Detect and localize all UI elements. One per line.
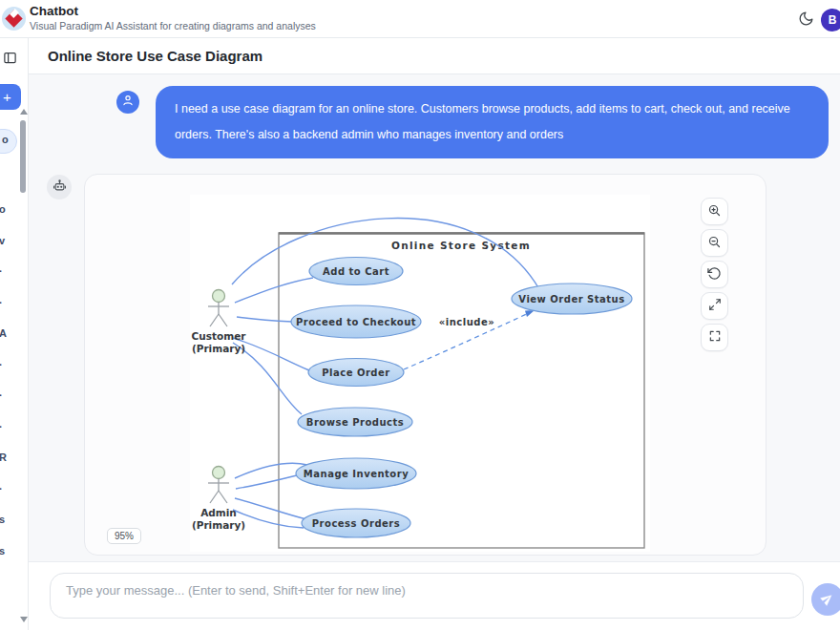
svg-text:Browse Products: Browse Products	[306, 417, 404, 428]
user-avatar-badge[interactable]: B	[821, 9, 840, 32]
svg-text:Place Order: Place Order	[322, 368, 390, 378]
app-title: Chatbot	[30, 4, 316, 18]
person-icon	[121, 94, 135, 111]
zoom-in-icon	[707, 203, 722, 220]
sidebar-scroll-up-arrow[interactable]	[20, 109, 28, 115]
chat-scroll-area: I need a use case diagram for an online …	[29, 74, 840, 561]
sidebar-item[interactable]: o	[0, 129, 17, 154]
usecase-manage-inventory: Manage Inventory	[296, 458, 416, 489]
app-header: Chatbot Visual Paradigm AI Assistant for…	[0, 0, 840, 38]
send-button[interactable]	[811, 583, 840, 616]
diagram-canvas[interactable]: Online Store System	[190, 195, 650, 552]
diagram-card: Online Store System	[84, 174, 766, 556]
svg-text:Proceed to Checkout: Proceed to Checkout	[296, 317, 416, 327]
page-title: Online Store Use Case Diagram	[48, 48, 262, 64]
visual-paradigm-logo	[2, 7, 26, 31]
usecase-process-orders: Process Orders	[302, 509, 410, 537]
zoom-out-icon	[707, 235, 722, 252]
sidebar-item[interactable]: ·	[0, 421, 22, 440]
sidebar-item[interactable]: ·	[0, 389, 22, 409]
sidebar-item[interactable]: A	[0, 327, 22, 346]
main-panel: Online Store Use Case Diagram I need a u…	[29, 38, 840, 630]
usecase-add-to-cart: Add to Cart	[309, 258, 403, 285]
sidebar-item[interactable]: ·	[0, 359, 22, 378]
sidebar-item[interactable]: s	[0, 514, 22, 533]
sidebar-scroll-down-arrow[interactable]	[20, 617, 28, 622]
chat-list-sidebar: + o o v · · A · · · R · s s	[0, 38, 29, 630]
svg-text:Add to Cart: Add to Cart	[323, 266, 389, 277]
sidebar-item[interactable]: v	[0, 235, 22, 254]
moon-icon	[798, 10, 814, 30]
usecase-proceed-to-checkout: Proceed to Checkout	[291, 305, 421, 338]
reset-view-button[interactable]	[701, 261, 728, 288]
sidebar-item[interactable]: ·	[0, 297, 22, 316]
zoom-out-button[interactable]	[701, 229, 728, 257]
sidebar-item[interactable]: ·	[0, 265, 22, 284]
fullscreen-button[interactable]	[701, 324, 728, 351]
usecase-place-order: Place Order	[308, 359, 404, 387]
actor-customer: Customer (Primary)	[192, 290, 247, 354]
rotate-ccw-icon	[707, 266, 722, 284]
fullscreen-brackets-icon	[708, 329, 722, 346]
usecase-view-order-status: View Order Status	[512, 284, 632, 314]
svg-text:Customer: Customer	[192, 330, 247, 342]
sidebar-item[interactable]: ·	[0, 483, 22, 502]
sidebar-item[interactable]: o	[0, 203, 22, 222]
sidebar-item[interactable]: s	[0, 545, 22, 564]
expand-arrows-icon	[708, 298, 722, 314]
bot-message-avatar	[47, 175, 72, 200]
sidebar-item[interactable]: R	[0, 452, 22, 471]
user-message-avatar	[116, 91, 139, 114]
svg-text:Process Orders: Process Orders	[312, 518, 400, 529]
paper-plane-icon	[820, 591, 835, 609]
system-boundary-title: Online Store System	[391, 240, 531, 251]
diagram-controls	[701, 198, 728, 351]
robot-icon	[52, 178, 67, 197]
svg-text:(Primary): (Primary)	[192, 343, 245, 354]
composer-bar	[29, 561, 840, 630]
zoom-level-badge: 95%	[107, 528, 141, 544]
zoom-in-button[interactable]	[701, 198, 728, 225]
sidebar-scrollbar-thumb[interactable]	[20, 120, 26, 193]
include-label: «include»	[439, 317, 494, 327]
svg-text:Admin: Admin	[200, 507, 237, 518]
theme-toggle-button[interactable]	[796, 10, 815, 30]
app-subtitle: Visual Paradigm AI Assistant for creatin…	[30, 20, 316, 32]
usecase-browse-products: Browse Products	[298, 408, 412, 436]
message-input[interactable]	[50, 573, 804, 619]
new-chat-button[interactable]: +	[0, 84, 21, 110]
conversation-title-bar: Online Store Use Case Diagram	[29, 38, 840, 74]
svg-text:View Order Status: View Order Status	[518, 294, 624, 304]
user-message-bubble: I need a use case diagram for an online …	[156, 86, 829, 158]
brand-block: Chatbot Visual Paradigm AI Assistant for…	[30, 4, 316, 32]
sidebar-toggle-icon[interactable]	[2, 50, 17, 65]
expand-button[interactable]	[701, 292, 728, 320]
svg-text:Manage Inventory: Manage Inventory	[304, 469, 409, 479]
svg-text:(Primary): (Primary)	[192, 519, 245, 531]
